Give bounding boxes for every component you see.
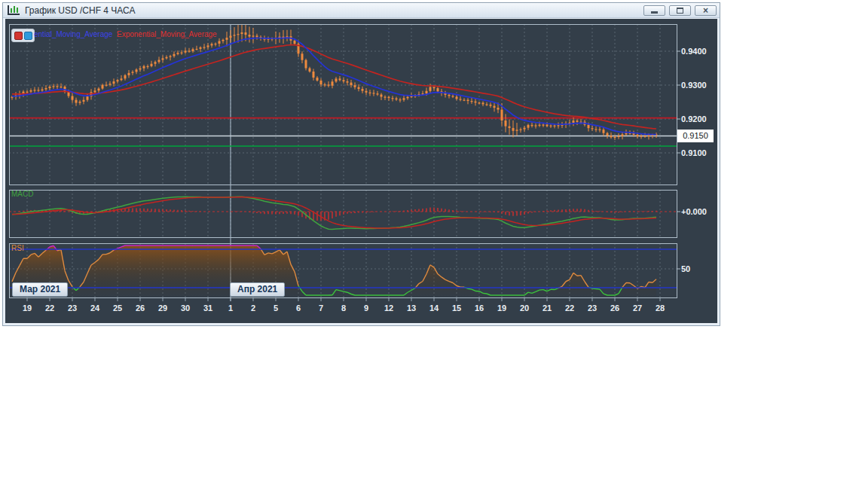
time-axis-label: 16 xyxy=(469,303,489,313)
month-label: Мар 2021 xyxy=(12,282,68,297)
price-axis-label: 0.9200 xyxy=(681,114,716,124)
rsi-mid-label: 50 xyxy=(681,264,690,274)
rsi-panel-label: RSI xyxy=(11,244,24,252)
time-axis-label: 7 xyxy=(311,303,331,313)
time-axis-label: 19 xyxy=(17,303,37,313)
time-axis-label: 15 xyxy=(447,303,466,313)
blue-marker-button[interactable] xyxy=(24,32,32,40)
close-icon: × xyxy=(703,6,708,15)
time-axis-label: 5 xyxy=(266,303,286,313)
time-axis-label: 22 xyxy=(40,303,60,313)
maximize-icon xyxy=(677,8,683,14)
time-axis-label: 30 xyxy=(176,303,195,313)
close-button[interactable]: × xyxy=(695,5,717,16)
time-axis-label: 27 xyxy=(628,303,647,313)
current-price-badge: 0.9150 xyxy=(677,130,714,142)
time-axis-label: 26 xyxy=(605,303,625,313)
time-axis-label: 21 xyxy=(537,303,557,313)
minimize-icon xyxy=(651,11,658,14)
desktop: График USD /CHF 4 ЧАСА × ential_Moving_A… xyxy=(0,0,868,488)
month-label: Апр 2021 xyxy=(230,282,285,297)
time-axis-label: 28 xyxy=(650,303,670,313)
time-axis-label: 26 xyxy=(130,303,150,313)
chart-window: График USD /CHF 4 ЧАСА × xyxy=(2,2,720,326)
ema-slow-legend-label: Exponential_Moving_Average xyxy=(117,30,217,38)
time-axis-label: 23 xyxy=(63,303,82,313)
time-axis-label: 20 xyxy=(515,303,534,313)
red-marker-button[interactable] xyxy=(14,32,23,40)
indicator-buttons-panel xyxy=(11,29,35,42)
time-axis-label: 1 xyxy=(221,303,240,313)
time-axis-label: 8 xyxy=(334,303,353,313)
chart-client-area[interactable] xyxy=(5,19,717,323)
time-axis-label: 29 xyxy=(153,303,173,313)
maximize-button[interactable] xyxy=(669,5,691,16)
window-title: График USD /CHF 4 ЧАСА xyxy=(25,5,135,16)
time-axis-label: 14 xyxy=(424,303,444,313)
time-axis-label: 2 xyxy=(243,303,263,313)
time-axis-label: 13 xyxy=(402,303,421,313)
time-axis-label: 25 xyxy=(108,303,127,313)
time-axis-label: 9 xyxy=(356,303,376,313)
time-axis-label: 31 xyxy=(198,303,218,313)
window-titlebar[interactable]: График USD /CHF 4 ЧАСА × xyxy=(3,3,720,18)
ema-fast-legend-label: ential_Moving_Average xyxy=(34,30,112,38)
time-axis-label: 6 xyxy=(289,303,308,313)
time-axis-label: 12 xyxy=(379,303,399,313)
price-axis-label: 0.9300 xyxy=(681,80,716,90)
macd-panel-label: MACD xyxy=(11,190,33,198)
candlestick-chart-icon xyxy=(8,5,20,15)
time-axis-label: 19 xyxy=(492,303,512,313)
macd-zero-label: +0.000 xyxy=(681,206,707,217)
minimize-button[interactable] xyxy=(643,5,665,16)
price-axis-label: 0.9400 xyxy=(681,46,716,56)
time-axis-label: 22 xyxy=(560,303,579,313)
price-axis-label: 0.9100 xyxy=(681,148,716,158)
time-axis-label: 23 xyxy=(582,303,602,313)
time-axis-label: 24 xyxy=(85,303,105,313)
window-controls: × xyxy=(640,5,717,16)
